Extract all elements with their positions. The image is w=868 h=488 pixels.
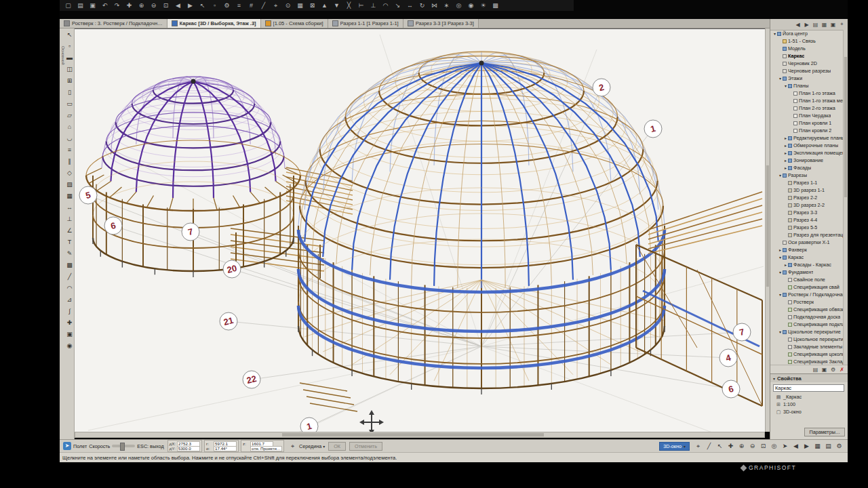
tree-item[interactable]: Разрез 2-2 [770, 194, 843, 201]
arrow-mode-icon[interactable]: ↖ [715, 443, 725, 449]
tracker-value[interactable]: 5300.0 [177, 446, 200, 451]
view-selector[interactable]: 3D-окно ▾ [659, 442, 690, 451]
beam-tool-icon[interactable]: ▭ [65, 99, 75, 109]
figure-tool-icon[interactable]: ▣ [65, 329, 75, 340]
tree-item[interactable]: ▾Ростверк / Подкладочная доска [770, 291, 843, 298]
guide-lines-icon[interactable]: ╱ [258, 1, 269, 9]
spline-tool-icon[interactable]: ∫ [65, 306, 75, 317]
tree-item[interactable]: План 1-го этажа меблировка [770, 97, 843, 104]
expander-icon[interactable]: ▾ [778, 255, 783, 260]
morph-tool-icon[interactable]: ◇ [65, 168, 75, 178]
next-view-icon[interactable]: ▶ [184, 1, 196, 9]
tracker-value[interactable]: 17.44° [214, 446, 237, 451]
tree-item[interactable]: Разрез для презентации [770, 231, 843, 239]
quick-options-icon[interactable]: ⚙ [834, 443, 844, 449]
tree-item[interactable]: План 2-го этажа [770, 104, 843, 112]
tree-item[interactable]: Спецификация подкладочной доски [770, 321, 843, 328]
mesh-tool-icon[interactable]: ▦ [65, 191, 75, 201]
tree-item[interactable]: ▸Зонирование [770, 157, 843, 164]
guide-lines-icon[interactable]: ╱ [704, 443, 714, 449]
window-tool-icon[interactable]: ⊞ [65, 76, 75, 86]
save-current-view-icon[interactable]: ▣ [821, 367, 828, 373]
tree-item[interactable]: Подкладочная доска [770, 313, 843, 321]
view-setting-row[interactable]: ▤_Каркас [770, 393, 848, 401]
undo-icon[interactable]: ↶ [99, 1, 111, 9]
tree-item[interactable]: Каркас [770, 52, 843, 60]
shell-tool-icon[interactable]: ◡ [65, 134, 75, 144]
tree-item[interactable]: ▾Этажи [770, 75, 843, 82]
organizer-icon[interactable]: ▤ [823, 443, 833, 449]
document-tab[interactable]: Разрез 1-1 [1 Разрез 1-1] [328, 19, 403, 28]
element-settings-icon[interactable]: ⚙ [221, 1, 233, 9]
arc-tool-icon[interactable]: ◠ [65, 283, 75, 293]
lock-icon[interactable]: ⊠ [307, 1, 318, 9]
cancel-button[interactable]: Отменить [349, 442, 382, 451]
zone-tool-icon[interactable]: ▨ [65, 180, 75, 190]
roof-tool-icon[interactable]: ⌂ [65, 122, 75, 132]
mirror-icon[interactable]: ⋈ [429, 1, 440, 9]
document-tab[interactable]: Каркас [3D / Выборка, Этаж .3] [167, 19, 261, 28]
horizontal-scrollbar[interactable] [75, 432, 765, 438]
tree-item[interactable]: План Чердака [770, 112, 843, 119]
tree-item[interactable]: ▾Разрезы [770, 171, 843, 179]
expander-icon[interactable]: ▾ [778, 76, 783, 81]
expander-icon[interactable]: ▾ [778, 329, 783, 334]
save-project-icon[interactable]: ▣ [87, 1, 98, 9]
document-tab[interactable]: [1.05 - Схема сборки] [261, 19, 328, 28]
expander-icon[interactable]: ▾ [783, 83, 788, 88]
railing-tool-icon[interactable]: ∥ [65, 157, 75, 167]
door-tool-icon[interactable]: ◫ [65, 64, 75, 75]
gravity-icon[interactable]: ⌖ [270, 1, 281, 9]
tree-item[interactable]: ▸Редактируемые планы [770, 134, 843, 142]
tree-item[interactable]: Разрез 5-5 [770, 224, 843, 231]
expander-icon[interactable]: ▸ [783, 143, 788, 148]
expander-icon[interactable]: ▸ [783, 165, 788, 170]
selection-arrow-icon[interactable]: ↖ [197, 1, 208, 9]
ok-button[interactable]: ОК [328, 442, 346, 451]
navigator-scrollbar[interactable] [843, 30, 848, 365]
back-icon[interactable]: ◀ [794, 22, 802, 28]
explore-model-icon[interactable]: ➤ [780, 443, 790, 449]
tree-item[interactable]: Спецификация свай [770, 283, 843, 291]
layouts-icon[interactable]: ▦ [812, 443, 823, 449]
tree-item[interactable]: Разрез 4-4 [770, 216, 843, 224]
snap-points-icon[interactable]: ⌖ [693, 443, 703, 450]
expander-icon[interactable]: ▸ [783, 150, 788, 155]
document-tab[interactable]: Разрез 3-3 [3 Разрез 3-3] [403, 19, 479, 28]
tree-item[interactable]: ▾Каркас [770, 253, 843, 261]
new-folder-icon[interactable]: ▤ [812, 367, 819, 373]
tree-item[interactable]: Ростверк [770, 298, 843, 306]
zoom-out-icon[interactable]: ⊖ [747, 443, 757, 449]
zoom-out-icon[interactable]: ⊖ [148, 1, 159, 9]
pan-icon[interactable]: ✚ [123, 1, 135, 9]
expander-icon[interactable]: ▸ [783, 136, 788, 140]
view-settings-icon[interactable]: ⚙ [829, 367, 837, 373]
move-icon[interactable]: ↔ [404, 1, 416, 9]
tree-item[interactable]: ▸Фасады - Каркас [770, 261, 843, 268]
tree-item[interactable]: ▸Экспликация помещений [770, 149, 843, 157]
view-setting-row[interactable]: ⊞1:100 [770, 401, 848, 408]
tree-item[interactable]: ▸Фасады [770, 164, 843, 171]
marquee-icon[interactable]: ▫ [209, 1, 220, 9]
expander-icon[interactable]: ▾ [778, 292, 783, 297]
fill-tool-icon[interactable]: ▩ [65, 260, 75, 270]
tree-item[interactable]: Свайное поле [770, 276, 843, 283]
parameters-button[interactable]: Параметры… [804, 428, 845, 436]
tree-item[interactable]: ▾Фундамент [770, 268, 843, 276]
dimension-tool-icon[interactable]: ↔ [65, 203, 75, 213]
wall-tool-icon[interactable]: ▬ [65, 53, 75, 63]
stair-tool-icon[interactable]: ≡ [65, 145, 75, 155]
adjust-icon[interactable]: ⊢ [355, 1, 367, 9]
fit-view-icon[interactable]: ⊡ [758, 443, 768, 449]
new-document-icon[interactable]: ▢ [62, 1, 74, 9]
layout-book-icon[interactable]: ▣ [829, 22, 837, 28]
label-tool-icon[interactable]: ✎ [65, 249, 75, 259]
tree-item[interactable]: Модель [770, 45, 843, 52]
line-tool-icon[interactable]: ╱ [65, 272, 75, 282]
view-name-field[interactable] [773, 384, 844, 392]
speed-slider[interactable] [112, 445, 135, 447]
angle-dimension-tool-icon[interactable]: ∠ [65, 226, 75, 236]
tree-item[interactable]: ▾Планы [770, 82, 843, 89]
document-tab[interactable]: Ростверк : 3. Ростверк / Подкладочн… [60, 19, 167, 28]
tree-item[interactable]: 1-51 - Связь [770, 37, 843, 45]
